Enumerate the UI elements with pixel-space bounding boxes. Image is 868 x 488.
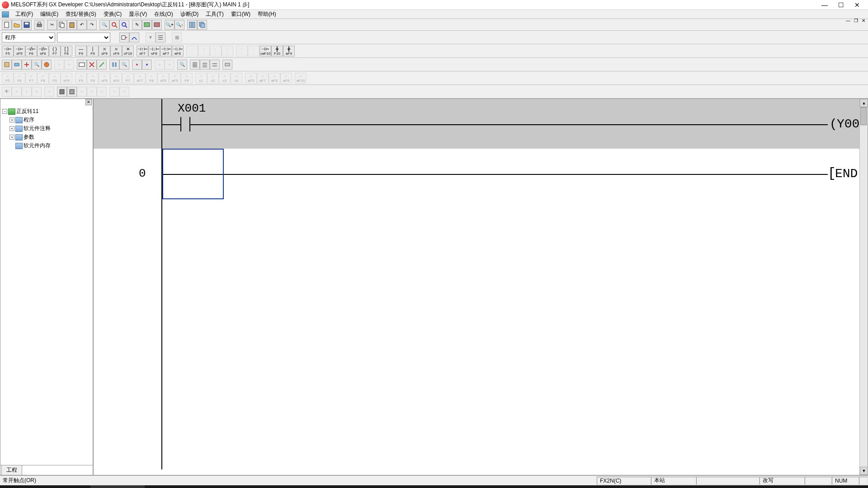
vline-del-button[interactable]: ⤫cF9: [110, 46, 122, 56]
tb2-btn-17[interactable]: 🔍: [177, 60, 187, 70]
scroll-up-button[interactable]: ▲: [860, 99, 868, 107]
contact-no-button[interactable]: ⊣⊢F5: [2, 46, 14, 56]
dbg-7[interactable]: [67, 87, 77, 97]
redo-button[interactable]: ↷: [87, 20, 97, 30]
ladder-rung-0[interactable]: X001 ( Y000 ): [94, 99, 859, 149]
menu-edit[interactable]: 编辑(E): [37, 9, 62, 19]
hline-button[interactable]: —F9: [75, 46, 87, 56]
tree-toggle-icon[interactable]: +: [9, 126, 14, 131]
maximize-button[interactable]: ☐: [835, 1, 846, 9]
open-button[interactable]: [12, 20, 22, 30]
tb2-btn-1[interactable]: [2, 60, 12, 70]
contact-no-or-button[interactable]: ⊣⊢sF5: [14, 46, 25, 56]
mdi-close[interactable]: ✕: [861, 18, 866, 23]
paste-button[interactable]: [67, 20, 77, 30]
pulse-fall-button[interactable]: ⊣↓⊢sF8: [148, 46, 160, 56]
find-button[interactable]: 🔍: [99, 20, 109, 30]
start-button[interactable]: [0, 485, 18, 488]
edit-mode-button[interactable]: ✎: [132, 20, 142, 30]
chrome-icon[interactable]: [54, 485, 72, 488]
hline-del-button[interactable]: ⤬sF9: [99, 46, 110, 56]
menu-online[interactable]: 在线(O): [151, 9, 176, 19]
menu-tools[interactable]: 工具(T): [202, 9, 227, 19]
contact-nc-or-button[interactable]: ⊣/⊢sF6: [37, 46, 49, 56]
copy-button[interactable]: [57, 20, 67, 30]
undo-button[interactable]: ↶: [77, 20, 87, 30]
tb2-btn-4[interactable]: 🔍: [32, 60, 42, 70]
tree-root[interactable]: − 正反转11: [2, 107, 91, 116]
menu-view[interactable]: 显示(V): [125, 9, 151, 19]
save-button[interactable]: [22, 20, 32, 30]
find-device-button[interactable]: [109, 20, 119, 30]
tb2-btn-12[interactable]: 🔍: [119, 60, 129, 70]
tb2-btn-14[interactable]: [142, 60, 152, 70]
coil-button[interactable]: ( )F7: [49, 46, 61, 56]
tree-tab-project[interactable]: 工程: [1, 465, 22, 475]
application-button[interactable]: [ ]F8: [61, 46, 72, 56]
tb2-btn-2[interactable]: [12, 60, 22, 70]
jump-button[interactable]: [129, 33, 139, 42]
invert-button[interactable]: ⊣⊢caF10: [259, 46, 271, 56]
explorer-icon[interactable]: [108, 485, 127, 488]
scroll-thumb[interactable]: [860, 107, 867, 125]
zoom-out-button[interactable]: 🔍-: [175, 20, 184, 30]
contact-nc-button[interactable]: ⊣/⊢F6: [25, 46, 37, 56]
line-del-button[interactable]: ╋aF9: [283, 46, 295, 56]
tree-toggle-icon[interactable]: −: [2, 109, 7, 114]
tb2-btn-3[interactable]: [22, 60, 32, 70]
tb2-btn-21[interactable]: [222, 60, 232, 70]
goto-button[interactable]: [119, 33, 129, 42]
window-cascade-button[interactable]: [197, 20, 207, 30]
tree-toggle-icon[interactable]: +: [9, 117, 14, 122]
monitor-mode-button[interactable]: [142, 20, 152, 30]
browser360-icon[interactable]: [72, 485, 90, 488]
cut-button[interactable]: ✂: [47, 20, 57, 30]
tb2-btn-19[interactable]: [200, 60, 210, 70]
tree-node-comment[interactable]: + 软元件注释: [2, 124, 91, 133]
ladder-rung-1[interactable]: 0 [ END ]: [94, 149, 859, 198]
tb2-btn-20[interactable]: [210, 60, 220, 70]
menu-window[interactable]: 窗口(W): [227, 9, 254, 19]
tree-node-param[interactable]: + 参数: [2, 133, 91, 141]
vertical-scrollbar[interactable]: ▲ ▼: [859, 99, 868, 475]
tree-close-button[interactable]: ✕: [85, 99, 92, 105]
tb2-btn-5[interactable]: [42, 60, 52, 70]
tb2-btn-8[interactable]: [77, 60, 87, 70]
tb2-btn-9[interactable]: [87, 60, 97, 70]
menu-find[interactable]: 查找/替换(S): [62, 9, 99, 19]
ladder-editor[interactable]: X001 ( Y000 ) 0 [ END ]: [93, 99, 868, 475]
program-name-combo[interactable]: [57, 33, 110, 42]
mdi-restore[interactable]: ❐: [853, 18, 859, 23]
minimize-button[interactable]: —: [819, 1, 830, 9]
list-view-button[interactable]: [156, 33, 165, 42]
window-tile-button[interactable]: [187, 20, 197, 30]
menu-help[interactable]: 帮助(H): [254, 9, 280, 19]
menu-project[interactable]: 工程(F): [12, 9, 37, 19]
write-mode-button[interactable]: [152, 20, 162, 30]
tree-toggle-icon[interactable]: +: [9, 135, 14, 140]
scroll-down-button[interactable]: ▼: [860, 467, 868, 475]
mdi-minimize[interactable]: —: [845, 18, 851, 23]
program-type-combo[interactable]: 程序: [2, 33, 55, 42]
line-button[interactable]: ╋F10: [271, 46, 283, 56]
dbg-6[interactable]: [57, 87, 67, 97]
obs-icon[interactable]: [90, 485, 108, 488]
vline-button[interactable]: |F9: [87, 46, 99, 56]
del-button[interactable]: ✕cF10: [122, 46, 134, 56]
ladder-canvas[interactable]: X001 ( Y000 ) 0 [ END ]: [94, 99, 859, 475]
tree-body[interactable]: − 正反转11 + 程序 + 软元件注释 + 参数: [0, 99, 93, 465]
close-button[interactable]: ✕: [852, 1, 863, 9]
print-button[interactable]: [34, 20, 44, 30]
tb2-btn-18[interactable]: [190, 60, 200, 70]
pulse-fall-or-button[interactable]: ⊣↓⊢aF8: [172, 46, 184, 56]
tb2-btn-11[interactable]: [109, 60, 119, 70]
menu-diagnose[interactable]: 诊断(D): [177, 9, 203, 19]
pulse-rise-or-button[interactable]: ⊣↑⊢aF7: [160, 46, 172, 56]
menu-convert[interactable]: 变换(C): [100, 9, 126, 19]
pulse-rise-button[interactable]: ⊣↑⊢sF7: [137, 46, 148, 56]
taskview-button[interactable]: [36, 485, 54, 488]
find-instruction-button[interactable]: [119, 20, 129, 30]
tb2-btn-13[interactable]: [132, 60, 142, 70]
search-button[interactable]: [18, 485, 36, 488]
tree-node-devmem[interactable]: 软元件内存: [2, 141, 91, 150]
